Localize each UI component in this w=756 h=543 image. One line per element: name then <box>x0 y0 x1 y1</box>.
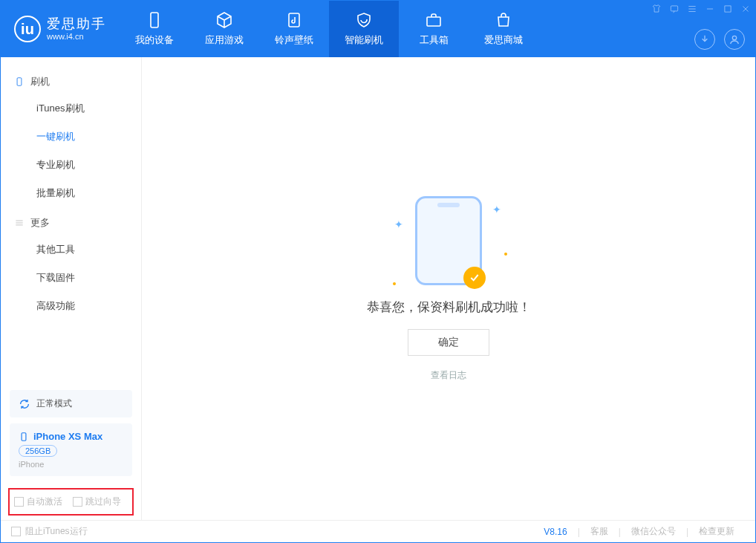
svg-rect-6 <box>17 78 22 86</box>
checkbox-icon <box>11 527 21 536</box>
phone-icon <box>19 432 29 442</box>
download-button[interactable] <box>694 29 715 50</box>
close-icon[interactable] <box>740 4 751 14</box>
option-block-itunes[interactable]: 阻止iTunes运行 <box>11 525 88 538</box>
device-card[interactable]: iPhone XS Max 256GB iPhone <box>10 423 132 476</box>
tab-ringtone[interactable]: 铃声壁纸 <box>259 1 329 57</box>
version-label: V8.16 <box>533 527 577 537</box>
sidebar-item-oneclick-flash[interactable]: 一键刷机 <box>1 123 141 151</box>
sidebar-item-advanced[interactable]: 高级功能 <box>1 292 141 320</box>
device-type: iPhone <box>19 460 123 469</box>
svg-rect-2 <box>427 17 440 26</box>
view-log-link[interactable]: 查看日志 <box>431 369 466 382</box>
device-mode-box[interactable]: 正常模式 <box>10 390 132 417</box>
sidebar-section-more: 更多 <box>1 207 141 235</box>
tab-label: 爱思商城 <box>484 33 523 47</box>
sidebar-item-other-tools[interactable]: 其他工具 <box>1 235 141 264</box>
checkbox-icon <box>73 497 82 507</box>
sidebar: 刷机 iTunes刷机 一键刷机 专业刷机 批量刷机 更多 其他工具 下载固件 … <box>1 57 142 520</box>
briefcase-icon <box>425 11 443 29</box>
svg-point-5 <box>732 36 736 39</box>
phone-icon <box>146 11 163 29</box>
phone-illustration-icon <box>415 196 482 285</box>
tab-label: 智能刷机 <box>345 33 383 47</box>
minimize-icon[interactable] <box>705 4 715 14</box>
app-logo: iu 爱思助手 www.i4.cn <box>1 16 120 42</box>
success-illustration: ✦ ✦ <box>415 196 482 285</box>
tab-flash[interactable]: 智能刷机 <box>329 1 399 57</box>
music-file-icon <box>285 11 303 29</box>
support-link[interactable]: 客服 <box>580 525 619 538</box>
svg-rect-0 <box>151 13 158 27</box>
tab-device[interactable]: 我的设备 <box>120 1 189 57</box>
refresh-shield-icon <box>355 11 373 29</box>
main-content: ✦ ✦ 恭喜您，保资料刷机成功啦！ 确定 查看日志 <box>142 57 755 520</box>
tab-store[interactable]: 爱思商城 <box>469 1 538 57</box>
dot-icon <box>393 282 396 285</box>
feedback-icon[interactable] <box>669 4 680 14</box>
bag-icon <box>495 11 512 29</box>
phone-icon <box>14 77 25 87</box>
tab-label: 我的设备 <box>135 33 174 47</box>
section-label: 更多 <box>30 216 50 230</box>
checkbox-icon <box>14 497 24 507</box>
tab-apps[interactable]: 应用游戏 <box>189 1 259 57</box>
svg-rect-3 <box>671 6 677 11</box>
device-mode: 正常模式 <box>36 397 72 410</box>
section-label: 刷机 <box>30 75 50 88</box>
update-link[interactable]: 检查更新 <box>688 525 745 538</box>
tshirt-icon[interactable] <box>651 4 662 14</box>
sync-icon <box>19 398 30 410</box>
wechat-link[interactable]: 微信公众号 <box>621 525 686 538</box>
svg-rect-1 <box>289 13 299 27</box>
options-box: 自动激活 跳过向导 <box>8 488 134 516</box>
check-badge-icon <box>463 267 486 289</box>
maximize-icon[interactable] <box>723 4 733 14</box>
sidebar-section-flash: 刷机 <box>1 66 141 94</box>
account-button[interactable] <box>724 29 745 50</box>
sparkle-icon: ✦ <box>492 204 501 215</box>
menu-icon[interactable] <box>687 4 697 14</box>
ok-button[interactable]: 确定 <box>408 329 489 356</box>
logo-icon: iu <box>14 16 41 42</box>
option-label: 跳过向导 <box>85 495 121 508</box>
main-tabs: 我的设备 应用游戏 铃声壁纸 智能刷机 工具箱 爱思商城 <box>120 1 538 57</box>
sidebar-item-firmware[interactable]: 下载固件 <box>1 264 141 292</box>
footer: 阻止iTunes运行 V8.16 | 客服 | 微信公众号 | 检查更新 <box>1 520 755 542</box>
sparkle-icon: ✦ <box>394 218 403 230</box>
option-label: 自动激活 <box>27 495 62 508</box>
dot-icon <box>504 253 507 256</box>
option-label: 阻止iTunes运行 <box>25 525 88 538</box>
app-name: 爱思助手 <box>47 16 106 33</box>
sidebar-item-batch-flash[interactable]: 批量刷机 <box>1 179 141 207</box>
device-name: iPhone XS Max <box>33 431 102 442</box>
option-auto-activate[interactable]: 自动激活 <box>14 495 62 508</box>
sidebar-item-pro-flash[interactable]: 专业刷机 <box>1 151 141 179</box>
tab-label: 应用游戏 <box>205 33 244 47</box>
svg-rect-7 <box>22 432 26 440</box>
svg-rect-4 <box>725 6 731 12</box>
success-message: 恭喜您，保资料刷机成功啦！ <box>367 299 531 316</box>
device-capacity: 256GB <box>19 445 57 457</box>
sidebar-item-itunes-flash[interactable]: iTunes刷机 <box>1 94 141 123</box>
list-icon <box>14 218 25 228</box>
tab-label: 铃声壁纸 <box>275 33 313 47</box>
cube-icon <box>215 11 233 29</box>
option-skip-guide[interactable]: 跳过向导 <box>73 495 121 508</box>
tab-label: 工具箱 <box>420 33 449 47</box>
window-controls <box>651 4 751 14</box>
app-url: www.i4.cn <box>47 32 106 42</box>
tab-toolbox[interactable]: 工具箱 <box>399 1 469 57</box>
